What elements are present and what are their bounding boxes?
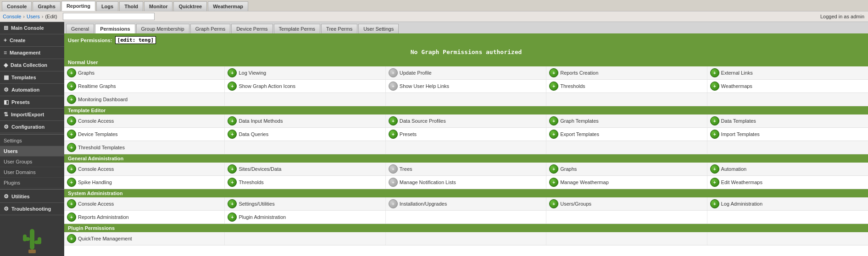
perm-toggle-button[interactable]: + bbox=[710, 82, 719, 91]
top-nav-tab-reporting[interactable]: Reporting bbox=[61, 1, 95, 11]
perm-toggle-button[interactable]: + bbox=[228, 199, 237, 208]
sidebar-item-main-console[interactable]: ⊞ Main Console bbox=[0, 22, 64, 34]
perm-toggle-button[interactable]: + bbox=[228, 178, 237, 187]
perm-toggle-button[interactable]: + bbox=[389, 68, 398, 77]
sidebar-plain-settings[interactable]: Settings bbox=[0, 136, 64, 146]
sidebar-label: Presets bbox=[11, 99, 30, 105]
perm-toggle-button[interactable]: + bbox=[549, 178, 558, 187]
perm-item: +Automation bbox=[707, 163, 868, 175]
top-nav-tab-quicktree[interactable]: Quicktree bbox=[173, 1, 207, 11]
sidebar-plain-plugins[interactable]: Plugins bbox=[0, 178, 64, 188]
top-nav-tab-monitor[interactable]: Monitor bbox=[144, 1, 172, 11]
perm-item: +Graphs bbox=[64, 66, 225, 79]
perm-toggle-button[interactable]: + bbox=[389, 82, 398, 91]
perm-toggle-button[interactable]: + bbox=[710, 178, 719, 187]
sidebar-item-management[interactable]: ≡ Management bbox=[0, 47, 64, 59]
perm-toggle-button[interactable]: + bbox=[549, 68, 558, 77]
perm-toggle-button[interactable]: + bbox=[228, 130, 237, 139]
perm-toggle-button[interactable]: + bbox=[710, 164, 719, 174]
sidebar-item-data-collection[interactable]: ◈ Data Collection bbox=[0, 59, 64, 71]
tab-template-perms[interactable]: Template Perms bbox=[274, 24, 320, 33]
perm-toggle-button[interactable]: + bbox=[549, 116, 558, 125]
section-header-2: General Administration bbox=[64, 154, 868, 163]
perm-toggle-button[interactable]: + bbox=[549, 82, 558, 91]
perm-toggle-button[interactable]: + bbox=[389, 178, 398, 187]
perm-toggle-button[interactable]: + bbox=[228, 164, 237, 174]
perm-label: Presets bbox=[400, 131, 417, 137]
perm-toggle-button[interactable]: + bbox=[228, 68, 237, 77]
tab-general[interactable]: General bbox=[66, 24, 94, 33]
perm-toggle-button[interactable]: + bbox=[549, 130, 558, 139]
tab-group-membership[interactable]: Group Membership bbox=[136, 24, 189, 33]
perm-toggle-button[interactable]: + bbox=[67, 178, 76, 187]
perm-toggle-button[interactable]: + bbox=[228, 116, 237, 125]
perm-row: +Threshold Templates bbox=[64, 141, 868, 154]
sidebar-item-create[interactable]: + Create bbox=[0, 34, 64, 47]
perm-toggle-button[interactable]: + bbox=[228, 82, 237, 91]
perm-row: +Monitoring Dashboard bbox=[64, 93, 868, 106]
sidebar-item-import/export[interactable]: ⇅ Import/Export bbox=[0, 109, 64, 121]
perm-toggle-button[interactable]: + bbox=[389, 130, 398, 139]
perm-toggle-button[interactable]: + bbox=[389, 199, 398, 208]
perm-item: +Monitoring Dashboard bbox=[64, 93, 225, 106]
perm-label: Console Access bbox=[78, 166, 114, 172]
perm-toggle-button[interactable]: + bbox=[67, 199, 76, 208]
sidebar-item-utilities[interactable]: ⚙ Utilities bbox=[0, 191, 64, 203]
perm-toggle-button[interactable]: + bbox=[67, 234, 76, 243]
perm-row: +Console Access+Settings/Utilities+Insta… bbox=[64, 197, 868, 211]
perm-toggle-button[interactable]: + bbox=[389, 116, 398, 125]
perm-toggle-button[interactable]: + bbox=[67, 82, 76, 91]
sidebar-item-templates[interactable]: ▦ Templates bbox=[0, 71, 64, 84]
svg-rect-4 bbox=[38, 237, 41, 244]
top-nav-tab-logs[interactable]: Logs bbox=[96, 1, 118, 11]
perm-toggle-button[interactable]: + bbox=[67, 130, 76, 139]
perm-toggle-button[interactable]: + bbox=[67, 95, 76, 104]
sidebar-item-troubleshooting[interactable]: ⚙ Troubleshooting bbox=[0, 203, 64, 215]
perm-label: Graph Templates bbox=[560, 118, 599, 124]
perm-label: QuickTree Management bbox=[78, 236, 132, 241]
tab-permissions[interactable]: Permissions bbox=[95, 24, 135, 33]
perm-toggle-button[interactable]: + bbox=[228, 212, 237, 222]
perm-toggle-button[interactable]: + bbox=[67, 212, 76, 222]
search-input[interactable] bbox=[63, 13, 155, 20]
sidebar-plain-user-domains[interactable]: User Domains bbox=[0, 167, 64, 178]
perm-toggle-button[interactable]: + bbox=[710, 116, 719, 125]
breadcrumb-item-0[interactable]: Console bbox=[3, 14, 21, 19]
tab-graph-perms[interactable]: Graph Perms bbox=[190, 24, 230, 33]
top-nav-tab-graphs[interactable]: Graphs bbox=[33, 1, 61, 11]
perm-item bbox=[707, 232, 868, 245]
sidebar-item-automation[interactable]: ⚙ Automation bbox=[0, 84, 64, 96]
sidebar-item-configuration[interactable]: ⚙ Configuration bbox=[0, 121, 64, 133]
sidebar-icon: ≡ bbox=[4, 49, 7, 56]
perm-toggle-button[interactable]: + bbox=[549, 164, 558, 174]
perm-toggle-button[interactable]: + bbox=[549, 199, 558, 208]
perm-label: Reports Administration bbox=[78, 214, 129, 220]
perm-item: +Edit Weathermaps bbox=[707, 176, 868, 189]
perm-label: Settings/Utilities bbox=[239, 201, 274, 207]
breadcrumb-item-1[interactable]: Users bbox=[27, 14, 40, 19]
perm-toggle-button[interactable]: + bbox=[389, 164, 398, 174]
perms-edit-label: [edit: teng] bbox=[115, 36, 156, 44]
tab-user-settings[interactable]: User Settings bbox=[358, 24, 399, 33]
perm-label: Sites/Devices/Data bbox=[239, 166, 281, 172]
perm-row: +Console Access+Data Input Methods+Data … bbox=[64, 114, 868, 128]
perm-label: Show User Help Links bbox=[400, 83, 449, 89]
perm-item: +Plugin Administration bbox=[225, 211, 385, 223]
perm-item: +Graphs bbox=[546, 163, 707, 175]
perm-toggle-button[interactable]: + bbox=[67, 68, 76, 77]
perm-toggle-button[interactable]: + bbox=[710, 199, 719, 208]
perm-toggle-button[interactable]: + bbox=[710, 68, 719, 77]
tab-tree-perms[interactable]: Tree Perms bbox=[321, 24, 357, 33]
tab-device-perms[interactable]: Device Perms bbox=[231, 24, 273, 33]
perm-toggle-button[interactable]: + bbox=[710, 130, 719, 139]
sidebar-plain-user-groups[interactable]: User Groups bbox=[0, 157, 64, 167]
top-nav-tab-thold[interactable]: Thold bbox=[119, 1, 143, 11]
top-nav-tab-weathermap[interactable]: Weathermap bbox=[208, 1, 248, 11]
perm-toggle-button[interactable]: + bbox=[67, 116, 76, 125]
sidebar-label: Main Console bbox=[11, 25, 44, 31]
perm-toggle-button[interactable]: + bbox=[67, 164, 76, 174]
top-nav-tab-console[interactable]: Console bbox=[2, 1, 32, 11]
perm-toggle-button[interactable]: + bbox=[67, 143, 76, 152]
sidebar-plain-users[interactable]: Users bbox=[0, 146, 64, 157]
sidebar-item-presets[interactable]: ◧ Presets bbox=[0, 96, 64, 109]
